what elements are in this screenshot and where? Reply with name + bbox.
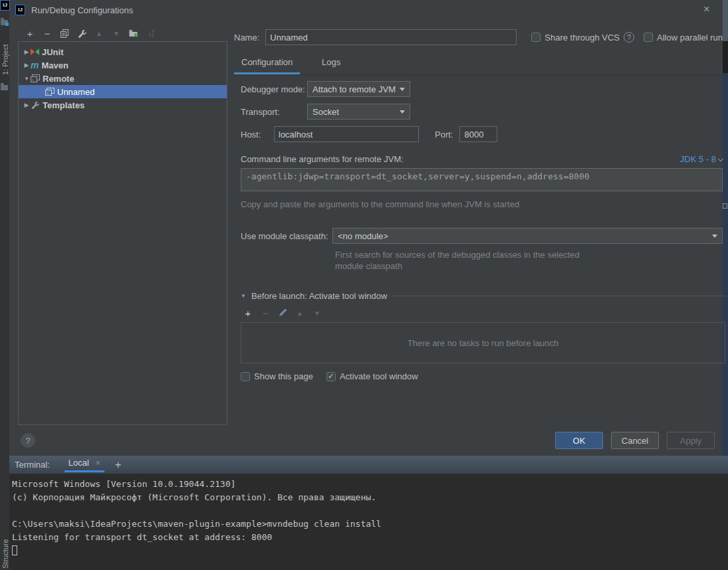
remove-configuration-button[interactable]: −	[40, 27, 55, 40]
collapse-arrow-icon[interactable]: ▼	[241, 293, 246, 299]
show-this-page-checkbox[interactable]: Show this page	[241, 371, 313, 381]
share-vcs-checkbox-box[interactable]	[531, 33, 541, 42]
tree-item-remote[interactable]: ▼ Remote	[19, 72, 227, 85]
host-label: Host:	[241, 130, 266, 140]
config-tabs: Configuration Logs	[234, 53, 723, 75]
terminal-tab-local[interactable]: Local ×	[67, 458, 102, 472]
expander-icon[interactable]: ▶	[23, 62, 31, 68]
section-divider	[392, 296, 725, 296]
cmdline-args-field[interactable]: -agentlib:jdwp=transport=dt_socket,serve…	[241, 168, 723, 191]
expander-icon[interactable]: ▼	[23, 76, 31, 82]
terminal-tab-close-icon[interactable]: ×	[95, 458, 100, 468]
edit-defaults-wrench-icon[interactable]	[74, 27, 89, 40]
ide-screen: IJ 1: Project Structure IJ Run/Debug Con…	[0, 0, 728, 570]
project-stripe-label[interactable]: 1: Project	[1, 45, 9, 75]
close-icon[interactable]: ×	[700, 3, 713, 15]
add-configuration-button[interactable]: +	[23, 27, 37, 40]
classpath-helper-line1: First search for sources of the debugged…	[335, 249, 723, 260]
copy-configuration-icon[interactable]	[57, 27, 72, 40]
port-input[interactable]	[459, 126, 497, 142]
debugger-mode-select[interactable]: Attach to remote JVM	[307, 81, 410, 97]
activate-tool-window-checkbox[interactable]: ✓ Activate tool window	[326, 371, 418, 381]
before-launch-toolbar: + − ▲ ▼	[241, 306, 725, 320]
move-up-button[interactable]: ▲	[92, 27, 106, 40]
cmdline-helper-text: Copy and paste the arguments to the comm…	[241, 199, 723, 209]
activate-tool-window-label: Activate tool window	[340, 371, 418, 381]
parallel-run-checkbox-box[interactable]	[644, 33, 653, 42]
tab-logs[interactable]: Logs	[314, 53, 348, 72]
background-window-sliver-blue	[723, 73, 728, 456]
junit-icon	[31, 48, 39, 56]
ok-button[interactable]: OK	[555, 432, 603, 449]
name-label: Name:	[234, 33, 259, 43]
before-launch-task-list[interactable]: There are no tasks to run before launch	[241, 322, 725, 363]
chevron-down-icon	[400, 88, 405, 91]
classpath-helper-text: First search for sources of the debugged…	[335, 249, 723, 272]
templates-wrench-icon	[31, 101, 40, 109]
tree-item-label: Templates	[43, 100, 84, 110]
cancel-button[interactable]: Cancel	[611, 432, 659, 449]
terminal-line: (c) Корпорация Майкрософт (Microsoft Cor…	[12, 491, 728, 504]
expander-icon[interactable]: ▶	[23, 48, 31, 55]
classpath-label: Use module classpath:	[241, 231, 332, 241]
terminal-output[interactable]: Microsoft Windows [Version 10.0.19044.21…	[0, 474, 728, 570]
name-row: Name: Share through VCS ? Allow parallel…	[234, 29, 723, 45]
expander-icon[interactable]: ▶	[23, 102, 31, 108]
run-debug-configurations-dialog: IJ Run/Debug Configurations × + − ▲ ▼ ↓a…	[9, 0, 723, 456]
background-window-sliver-dark	[723, 41, 728, 73]
move-down-button[interactable]: ▼	[109, 27, 124, 40]
tree-item-templates[interactable]: ▶ Templates	[19, 98, 227, 112]
terminal-header: Terminal: Local × +	[9, 456, 728, 474]
tree-item-unnamed-selected[interactable]: Unnamed	[19, 85, 227, 98]
help-button[interactable]: ?	[21, 433, 35, 448]
project-tool-button-icon[interactable]	[1, 20, 8, 25]
classpath-helper-line2: module classpath	[335, 260, 723, 272]
tab-configuration[interactable]: Configuration	[234, 53, 300, 74]
add-task-button[interactable]: +	[241, 306, 255, 320]
intellij-logo-icon: IJ	[0, 0, 10, 11]
apply-button[interactable]: Apply	[667, 432, 715, 449]
remove-task-button[interactable]: −	[258, 306, 273, 320]
tree-item-label: Unnamed	[57, 87, 94, 97]
terminal-line	[12, 504, 728, 518]
cmdline-header-row: Command line arguments for remote JVM: J…	[241, 154, 723, 164]
tree-item-junit[interactable]: ▶ JUnit	[19, 45, 227, 58]
edit-task-pencil-icon[interactable]	[275, 306, 290, 320]
structure-stripe-label[interactable]: Structure	[1, 539, 9, 569]
background-window-sliver-top	[723, 0, 728, 41]
new-terminal-tab-button[interactable]: +	[115, 459, 121, 471]
show-this-page-checkbox-box[interactable]	[241, 372, 250, 381]
share-vcs-checkbox[interactable]: Share through VCS ?	[531, 32, 634, 43]
folder-stripe-icon[interactable]	[1, 85, 8, 90]
terminal-cursor	[12, 545, 17, 555]
terminal-line: Listening for transport dt_socket at add…	[12, 531, 728, 544]
dialog-icon: IJ	[15, 5, 25, 15]
share-vcs-help-icon[interactable]: ?	[624, 32, 634, 43]
move-task-up-button[interactable]: ▲	[293, 306, 307, 320]
activate-tool-window-checkbox-box[interactable]: ✓	[326, 372, 336, 381]
transport-label: Transport:	[241, 107, 307, 117]
name-input[interactable]	[265, 29, 517, 45]
transport-select[interactable]: Socket	[307, 104, 410, 120]
module-classpath-select[interactable]: <no module>	[332, 228, 723, 244]
debugger-mode-label: Debugger mode:	[241, 84, 307, 94]
chevron-down-icon	[400, 110, 405, 114]
debugger-mode-value: Attach to remote JVM	[312, 84, 396, 94]
parallel-run-checkbox[interactable]: Allow parallel run	[644, 33, 723, 43]
terminal-tab-label: Local	[68, 458, 89, 468]
new-folder-icon[interactable]	[126, 27, 141, 40]
chevron-down-icon	[718, 156, 723, 161]
before-launch-header[interactable]: ▼ Before launch: Activate tool window	[241, 291, 725, 301]
sort-alphabetically-icon[interactable]: ↓az	[144, 27, 158, 40]
jdk-version-link[interactable]: JDK 5 - 8	[680, 154, 723, 164]
tree-item-label: JUnit	[42, 47, 64, 57]
terminal-panel-label: Terminal:	[15, 460, 50, 470]
tree-item-maven[interactable]: ▶ m Maven	[19, 58, 227, 72]
terminal-tab-underline	[64, 470, 104, 472]
move-task-down-button[interactable]: ▼	[310, 306, 324, 320]
no-tasks-text: There are no tasks to run before launch	[408, 338, 559, 348]
classpath-row: Use module classpath: <no module>	[241, 228, 723, 244]
tree-item-label: Remote	[43, 74, 74, 84]
transport-row: Transport: Socket	[241, 104, 723, 120]
host-input[interactable]	[274, 126, 419, 142]
